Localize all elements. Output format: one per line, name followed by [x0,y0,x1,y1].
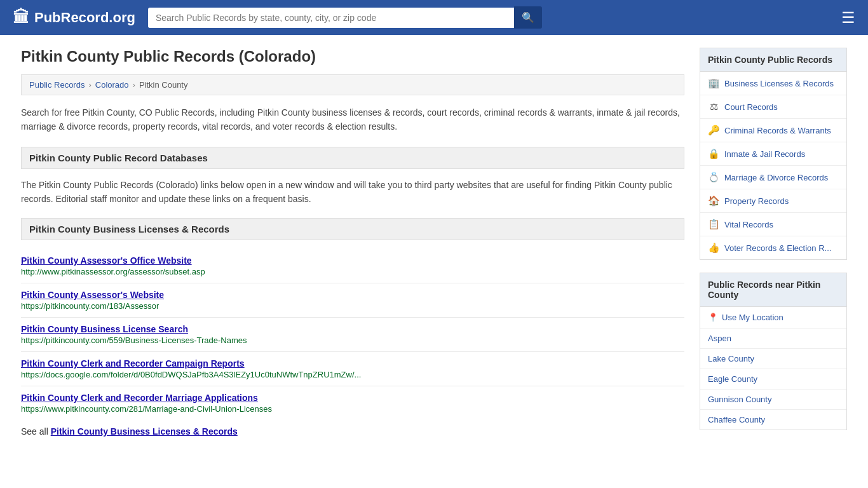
site-logo[interactable]: 🏛 PubRecord.org [13,8,135,27]
sidebar-label-criminal: Criminal Records & Warrants [724,126,831,135]
business-section-header: Pitkin County Business Licenses & Record… [21,218,684,240]
sidebar-label-marriage: Marriage & Divorce Records [724,173,828,182]
see-all-link[interactable]: Pitkin County Business Licenses & Record… [51,426,238,437]
sidebar-label-court: Court Records [724,102,778,112]
sidebar-item-voter[interactable]: 👍 Voter Records & Election R... [700,236,846,259]
record-url-4[interactable]: https://docs.google.com/folder/d/0B0fdDW… [21,370,684,379]
record-url-5[interactable]: https://www.pitkincounty.com/281/Marriag… [21,404,684,414]
breadcrumb-pitkin-county: Pitkin County [139,80,188,90]
scales-icon: ⚖ [708,101,719,112]
sidebar: Pitkin County Public Records 🏢 Business … [700,48,847,443]
clipboard-icon: 📋 [708,219,719,230]
thumbsup-icon: 👍 [708,242,719,254]
sidebar-label-voter: Voter Records & Election R... [724,243,831,253]
nearby-records-header: Public Records near Pitkin County [700,273,846,307]
databases-section-text: The Pitkin County Public Records (Colora… [21,178,684,207]
use-location-label: Use My Location [722,313,783,322]
record-title-4[interactable]: Pitkin County Clerk and Recorder Campaig… [21,358,245,369]
breadcrumb-colorado[interactable]: Colorado [95,80,129,90]
record-title-5[interactable]: Pitkin County Clerk and Recorder Marriag… [21,393,258,403]
sidebar-label-business: Business Licenses & Records [724,79,834,88]
building-icon: 🏢 [708,78,719,89]
county-records-header: Pitkin County Public Records [700,48,846,72]
search-button[interactable]: 🔍 [514,6,542,29]
lock-icon: 🔒 [708,148,719,159]
search-icon: 🔍 [522,12,534,23]
databases-section-header: Pitkin County Public Record Databases [21,147,684,169]
key-icon: 🔑 [708,125,719,136]
see-all-section: See all Pitkin County Business Licenses … [21,426,684,437]
record-item: Pitkin County Business License Search ht… [21,318,684,352]
main-content: Pitkin County Public Records (Colorado) … [21,48,684,443]
record-url-1[interactable]: http://www.pitkinassessor.org/assessor/s… [21,267,684,276]
record-item: Pitkin County Clerk and Recorder Marriag… [21,386,684,420]
search-bar: 🔍 [148,6,542,29]
hamburger-menu[interactable]: ☰ [841,9,855,27]
sidebar-label-property: Property Records [724,196,789,206]
nearby-lake-county[interactable]: Lake County [700,349,846,369]
sidebar-item-business[interactable]: 🏢 Business Licenses & Records [700,72,846,95]
sidebar-label-inmate: Inmate & Jail Records [724,149,805,159]
see-all-text: See all [21,426,51,437]
nearby-chaffee-county[interactable]: Chaffee County [700,410,846,430]
record-title-2[interactable]: Pitkin County Assessor's Website [21,290,164,300]
breadcrumb-public-records[interactable]: Public Records [29,80,85,90]
sidebar-item-court[interactable]: ⚖ Court Records [700,95,846,119]
nearby-aspen[interactable]: Aspen [700,329,846,349]
sidebar-item-inmate[interactable]: 🔒 Inmate & Jail Records [700,142,846,166]
business-records-list: Pitkin County Assessor's Office Website … [21,249,684,420]
site-header: 🏛 PubRecord.org 🔍 ☰ [0,0,868,35]
sidebar-item-property[interactable]: 🏠 Property Records [700,189,846,213]
record-item: Pitkin County Assessor's Website https:/… [21,283,684,318]
main-container: Pitkin County Public Records (Colorado) … [8,35,860,456]
nearby-eagle-county[interactable]: Eagle County [700,369,846,390]
record-url-2[interactable]: https://pitkincounty.com/183/Assessor [21,301,684,311]
record-title-3[interactable]: Pitkin County Business License Search [21,324,188,334]
breadcrumb-sep-1: › [88,80,91,90]
logo-text: PubRecord.org [34,10,135,26]
location-pin-icon: 📍 [708,313,718,322]
breadcrumb-sep-2: › [133,80,135,90]
record-title-1[interactable]: Pitkin County Assessor's Office Website [21,255,192,266]
sidebar-item-vital[interactable]: 📋 Vital Records [700,213,846,236]
record-url-3[interactable]: https://pitkincounty.com/559/Business-Li… [21,336,684,345]
nearby-gunnison-county[interactable]: Gunnison County [700,390,846,410]
sidebar-item-criminal[interactable]: 🔑 Criminal Records & Warrants [700,119,846,142]
page-description: Search for free Pitkin County, CO Public… [21,105,684,134]
page-title: Pitkin County Public Records (Colorado) [21,48,684,65]
use-location-button[interactable]: 📍 Use My Location [700,307,846,329]
house-icon: 🏠 [708,195,719,207]
sidebar-label-vital: Vital Records [724,220,773,229]
search-input[interactable] [148,8,514,28]
logo-icon: 🏛 [13,8,29,27]
sidebar-item-marriage[interactable]: 💍 Marriage & Divorce Records [700,166,846,189]
record-item: Pitkin County Assessor's Office Website … [21,249,684,283]
county-records-sidebar: Pitkin County Public Records 🏢 Business … [700,48,847,260]
rings-icon: 💍 [708,172,719,183]
record-item: Pitkin County Clerk and Recorder Campaig… [21,352,684,386]
nearby-records-sidebar: Public Records near Pitkin County 📍 Use … [700,273,847,430]
breadcrumb: Public Records › Colorado › Pitkin Count… [21,74,684,95]
